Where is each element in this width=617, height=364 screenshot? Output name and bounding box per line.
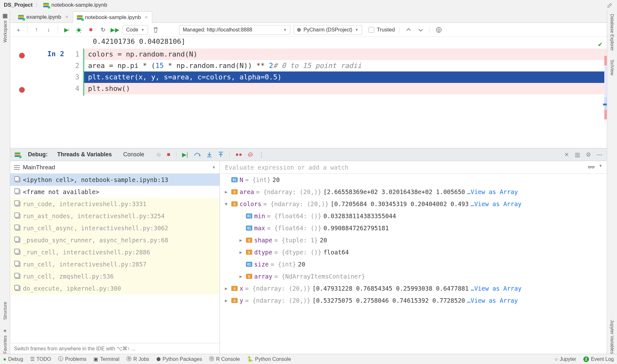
breakpoint-icon[interactable] — [19, 87, 25, 93]
status-problems[interactable]: ⓘ Problems — [58, 356, 87, 362]
tool-sciview[interactable]: SciView — [610, 60, 615, 76]
glasses-icon[interactable]: 👓 — [587, 164, 595, 171]
status-debug[interactable]: ●Debug — [3, 356, 23, 362]
code-line[interactable]: colors = np.random.rand(N) — [84, 49, 607, 60]
breadcrumb-root[interactable]: DS_Project — [4, 2, 33, 8]
step-out-button[interactable] — [218, 152, 224, 158]
gear-icon[interactable]: ⚙ — [586, 151, 591, 158]
stop-debug-button[interactable]: ■ — [167, 151, 170, 158]
status-todo[interactable]: ☰ TODO — [30, 356, 51, 362]
add-icon[interactable]: ⊕ — [156, 151, 161, 158]
variable-row[interactable]: 01 min = {float64: ()} 0.032838114383355… — [220, 210, 607, 222]
frame-list[interactable]: <ipython cell>, notebook-sample.ipynb:13… — [10, 174, 220, 343]
view-breakpoints-button[interactable]: ●● — [235, 151, 242, 158]
frame-row[interactable]: run_ast_nodes, interactiveshell.py:3254 — [10, 210, 220, 222]
expand-up-button[interactable] — [404, 25, 413, 34]
move-down-button[interactable]: ↓ — [44, 25, 53, 34]
resume-button[interactable]: ▶| — [182, 151, 188, 158]
edit-icon[interactable] — [607, 2, 613, 8]
editor-tabs: example.ipynb ✕ notebook-sample.ipynb ✕ — [10, 10, 607, 23]
variable-tree[interactable]: 01 N = {int} 20▶≡ area = {ndarray: (20,)… — [220, 174, 607, 354]
tool-jupyter-variables[interactable]: Jupyter Variables — [610, 320, 615, 354]
frame-row[interactable]: <frame not available> — [10, 186, 220, 198]
expand-down-button[interactable] — [416, 25, 425, 34]
tool-structure[interactable]: Structure — [3, 302, 8, 320]
variable-row[interactable]: ▶≡ y = {ndarray: (20,)} [0.53275075 0.27… — [220, 294, 607, 307]
frame-row[interactable]: run_code, interactiveshell.py:3331 — [10, 198, 220, 210]
view-as-array-link[interactable]: …View as Array — [467, 188, 518, 195]
thread-selector[interactable]: MainThread ▼ — [10, 161, 220, 174]
delete-cell-button[interactable] — [151, 25, 160, 34]
variable-row[interactable]: 01 max = {float64: ()} 0.990884726279518… — [220, 222, 607, 234]
close-icon[interactable]: ✕ — [564, 151, 569, 158]
status-event-log[interactable]: 2Event Log — [583, 356, 614, 362]
left-tool-rail: Workspace Structure Favorites★ — [0, 10, 10, 354]
status-python-console[interactable]: 🐍 Python Console — [247, 356, 291, 362]
run-all-button[interactable]: ▶▶ — [111, 25, 119, 34]
variable-row[interactable]: 01 size = {int} 20 — [220, 258, 607, 270]
view-as-array-link[interactable]: …View as Array — [471, 200, 521, 207]
frame-row[interactable]: <ipython cell>, notebook-sample.ipynb:13 — [10, 174, 220, 186]
chevron-down-icon[interactable]: ▼ — [600, 164, 602, 171]
line-gutter: 1234 — [67, 49, 83, 96]
notebook-editor[interactable]: ✔ 0.42101736 0.04028106] In 2 1234 — [10, 37, 607, 148]
status-r-console[interactable]: Ⓡ R Console — [209, 356, 240, 362]
globe-icon[interactable] — [434, 25, 443, 34]
tool-workspace[interactable]: Workspace — [3, 14, 8, 43]
frame-row[interactable]: run_cell, zmqshell.py:536 — [10, 270, 220, 282]
minimize-icon[interactable]: — — [597, 151, 602, 158]
stop-button[interactable]: ■ — [86, 25, 95, 34]
frame-row[interactable]: do_execute, ipkernel.py:300 — [10, 282, 220, 294]
view-as-array-link[interactable]: …View as Array — [471, 285, 521, 292]
tab-notebook-sample[interactable]: notebook-sample.ipynb ✕ — [73, 11, 153, 23]
status-terminal[interactable]: ▣ Terminal — [93, 356, 119, 362]
server-dropdown[interactable]: Managed: http://localhost:8888▼ — [179, 25, 290, 35]
view-as-array-link[interactable]: …View as Array — [467, 297, 518, 304]
variable-row[interactable]: ▶≡ x = {ndarray: (20,)} [0.47931228 0.76… — [220, 282, 607, 294]
step-over-button[interactable] — [194, 152, 201, 158]
code-line[interactable]: area = np.pi * (15 * np.random.rand(N)) … — [84, 60, 607, 71]
frame-row[interactable]: run_cell, interactiveshell.py:2857 — [10, 258, 220, 270]
move-up-button[interactable]: ↑ — [32, 25, 41, 34]
code-line-current[interactable]: plt.scatter(x, y, s=area, c=colors, alph… — [84, 71, 607, 83]
tab-threads-variables[interactable]: Threads & Variables — [55, 151, 114, 158]
variable-row[interactable]: 01 N = {int} 20 — [220, 174, 607, 186]
error-stripe[interactable] — [604, 56, 607, 119]
tab-console[interactable]: Console — [121, 151, 146, 158]
frame-row[interactable]: _run_cell, interactiveshell.py:2886 — [10, 246, 220, 258]
jupyter-file-icon — [43, 3, 49, 7]
status-r-jobs[interactable]: Ⓡ R Jobs — [126, 356, 149, 362]
variable-row[interactable]: ▶≡ shape = {tuple: 1} 20 — [220, 234, 607, 246]
step-into-button[interactable] — [207, 152, 212, 158]
close-icon[interactable]: ✕ — [65, 15, 69, 19]
mute-breakpoints-button[interactable]: ∅ — [248, 151, 253, 158]
cell-type-dropdown[interactable]: Code▼ — [123, 25, 148, 35]
code-body[interactable]: colors = np.random.rand(N) area = np.pi … — [83, 49, 607, 96]
more-icon[interactable]: ⋮ — [259, 151, 264, 158]
tool-favorites[interactable]: Favorites★ — [3, 328, 8, 354]
kernel-dropdown[interactable]: PyCharm (DSProject)▼ — [294, 25, 362, 35]
frame-row[interactable]: _pseudo_sync_runner, async_helpers.py:68 — [10, 234, 220, 246]
breadcrumb-file[interactable]: notebook-sample.ipynb — [51, 2, 107, 8]
breakpoint-icon[interactable] — [19, 53, 25, 58]
trusted-checkbox[interactable]: Trusted — [369, 27, 395, 33]
run-cell-button[interactable]: ▶I — [62, 25, 71, 34]
frames-tip: Switch frames from anywhere in the IDE w… — [10, 343, 220, 354]
kernel-status-dot — [297, 28, 301, 32]
layout-icon[interactable]: ▥ — [575, 151, 580, 158]
restart-button[interactable]: ↻ — [98, 25, 107, 34]
variable-row[interactable]: ▼≡ colors = {ndarray: (20,)} [0.7205684 … — [220, 198, 607, 210]
add-cell-button[interactable]: ＋ — [14, 25, 23, 34]
tab-example[interactable]: example.ipynb ✕ — [14, 11, 73, 23]
status-python-packages[interactable]: ⬢ Python Packages — [156, 356, 202, 362]
code-line[interactable]: plt.show() — [84, 83, 607, 94]
close-icon[interactable]: ✕ — [145, 15, 148, 20]
tool-database-explorer[interactable]: Database Explorer — [610, 14, 615, 51]
variable-row[interactable]: ▶≡ dtype = {dtype: ()} float64 — [220, 246, 607, 258]
frame-row[interactable]: run_cell_async, interactiveshell.py:3062 — [10, 222, 220, 234]
debug-cell-button[interactable] — [74, 25, 83, 34]
status-jupyter[interactable]: ○ Jupyter — [555, 356, 576, 362]
variable-row[interactable]: ▶≡ array = {NdArrayItemsContainer} — [220, 270, 607, 282]
variable-row[interactable]: ▶≡ area = {ndarray: (20,)} [2.66558369e+… — [220, 186, 607, 198]
watch-input[interactable]: Evaluate expression or add a watch 👓▼ — [220, 161, 607, 174]
